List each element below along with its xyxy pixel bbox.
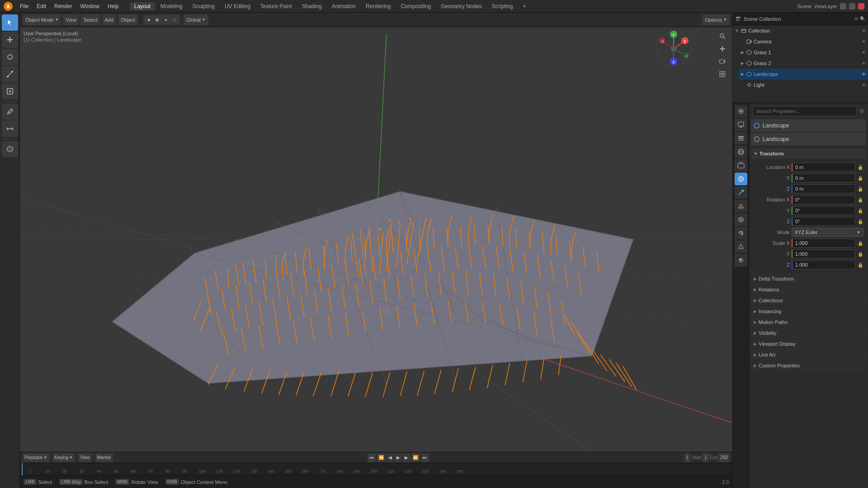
tab-compositing[interactable]: Compositing	[396, 2, 435, 10]
scale-x-value[interactable]: 1.000	[792, 239, 855, 248]
jump-end-btn[interactable]: ⏭	[421, 453, 429, 462]
outliner-item-light[interactable]: ▶ Light 👁	[738, 80, 868, 90]
location-y-value[interactable]: 0 m	[792, 174, 855, 183]
scale-y-lock[interactable]: 🔒	[857, 252, 863, 257]
modifier-props-icon[interactable]	[735, 186, 747, 199]
frame-bar[interactable]: 1 10 20 30 40 50 60 70 80 90 100 110 120…	[20, 463, 732, 475]
tab-uv-editing[interactable]: UV Editing	[220, 2, 255, 10]
add-menu[interactable]: Add	[102, 14, 117, 25]
line-art-section[interactable]: ▶ Line Art	[751, 350, 866, 360]
rotation-z-value[interactable]: 0°	[792, 217, 855, 226]
outliner-item-grass2[interactable]: ▶ Grass 2 👁	[738, 58, 868, 69]
outliner-item-camera[interactable]: ▶ Camera 👁	[738, 36, 868, 47]
vis-icon[interactable]: 👁	[862, 28, 866, 33]
outliner-search-icon[interactable]: 🔍	[860, 16, 865, 21]
play-btn[interactable]: ▶	[395, 453, 402, 462]
outliner-filter-icon[interactable]: ⚙	[854, 16, 859, 21]
measure-tool[interactable]	[2, 121, 18, 137]
render-props-icon[interactable]	[735, 105, 747, 117]
relations-section[interactable]: ▶ Relations	[751, 285, 866, 295]
location-z-lock[interactable]: 🔒	[857, 187, 863, 192]
scale-y-value[interactable]: 1.000	[792, 249, 855, 258]
step-back-btn[interactable]: ◀	[387, 453, 394, 462]
tab-scripting[interactable]: Scripting	[487, 2, 518, 10]
rotation-mode-dropdown[interactable]: XYZ Euler ▼	[792, 228, 863, 237]
annotate-tool[interactable]	[2, 103, 18, 120]
zoom-icon[interactable]	[717, 31, 728, 42]
object-props-icon[interactable]	[735, 173, 747, 185]
delta-transform-section[interactable]: ▶ Delta Transform	[751, 274, 866, 284]
pan-icon[interactable]	[717, 43, 728, 54]
tab-texture-paint[interactable]: Texture Paint	[256, 2, 297, 10]
move-tool[interactable]	[2, 32, 18, 48]
custom-properties-section[interactable]: ▶ Custom Properties	[751, 361, 866, 371]
instancing-section[interactable]: ▶ Instancing	[751, 306, 866, 316]
scale-z-lock[interactable]: 🔒	[857, 263, 863, 267]
material-preview-icon[interactable]: ◉	[153, 16, 161, 24]
location-z-value[interactable]: 0 m	[792, 184, 855, 193]
rotation-y-value[interactable]: 0°	[792, 206, 855, 215]
object-menu[interactable]: Object	[118, 14, 138, 25]
solid-display-icon[interactable]: ■	[145, 16, 153, 24]
props-settings-icon[interactable]: ⚙	[859, 108, 864, 114]
material-props-icon[interactable]	[735, 254, 747, 267]
cursor-tool[interactable]	[2, 14, 18, 31]
scale-z-value[interactable]: 1.000	[792, 260, 855, 269]
options-btn[interactable]: Options ▼	[702, 14, 730, 25]
wireframe-icon[interactable]: □	[170, 16, 179, 24]
view-menu[interactable]: View	[63, 14, 79, 25]
rotation-y-lock[interactable]: 🔒	[857, 208, 863, 213]
viewport-display-section[interactable]: ▶ Viewport Display	[751, 339, 866, 349]
transform-tool[interactable]	[2, 83, 18, 99]
physics-props-icon[interactable]	[735, 213, 747, 226]
light-vis-icon[interactable]: 👁	[862, 83, 866, 88]
view-layer-props-icon[interactable]	[735, 132, 747, 145]
camera-view-icon[interactable]	[717, 56, 728, 67]
start-frame-input[interactable]: 1	[703, 453, 709, 462]
tab-layout[interactable]: Layout	[130, 2, 155, 10]
tab-modeling[interactable]: Modeling	[156, 2, 187, 10]
maximize-button[interactable]	[849, 3, 855, 9]
grass2-vis-icon[interactable]: 👁	[862, 61, 866, 66]
scale-x-lock[interactable]: 🔒	[857, 241, 863, 246]
data-props-icon[interactable]	[735, 240, 747, 253]
playback-btn[interactable]: Playback ▼	[23, 453, 49, 462]
global-dropdown[interactable]: Global ▼	[184, 14, 208, 25]
jump-start-btn[interactable]: ⏮	[368, 453, 376, 462]
particles-props-icon[interactable]	[735, 200, 747, 212]
grass1-vis-icon[interactable]: 👁	[862, 50, 866, 55]
menu-help[interactable]: Help	[104, 2, 123, 10]
location-x-value[interactable]: 0 m	[792, 163, 855, 172]
transform-section-header[interactable]: ▼ Transform	[751, 148, 866, 159]
close-button[interactable]	[858, 3, 864, 9]
tab-sculpting[interactable]: Sculpting	[188, 2, 219, 10]
scene-props-icon[interactable]	[735, 145, 747, 158]
motion-paths-section[interactable]: ▶ Motion Paths	[751, 317, 866, 327]
add-workspace-button[interactable]: +	[519, 2, 531, 10]
camera-vis-icon[interactable]: 👁	[862, 39, 866, 44]
tab-shading[interactable]: Shading	[297, 2, 326, 10]
step-forward-btn[interactable]: ▶	[403, 453, 410, 462]
output-props-icon[interactable]	[735, 118, 747, 131]
rotation-x-value[interactable]: 0°	[792, 195, 855, 204]
viewport-canvas[interactable]: User Perspective (Local) (1) Collection …	[20, 27, 732, 452]
tab-rendering[interactable]: Rendering	[361, 2, 395, 10]
visibility-section[interactable]: ▶ Visibility	[751, 328, 866, 338]
rendered-display-icon[interactable]: ●	[162, 16, 170, 24]
end-frame-input[interactable]: 250	[718, 453, 730, 462]
landscape-vis-icon[interactable]: 👁	[862, 72, 866, 77]
add-cube-tool[interactable]	[2, 141, 18, 157]
prev-keyframe-btn[interactable]: ⏪	[377, 453, 386, 462]
object-mode-dropdown[interactable]: Object Mode ▼	[23, 14, 61, 25]
tab-geometry-nodes[interactable]: Geometry Nodes	[436, 2, 486, 10]
select-menu[interactable]: Select	[81, 14, 100, 25]
rotate-tool[interactable]	[2, 49, 18, 65]
outliner-item-grass1[interactable]: ▶ Grass 1 👁	[738, 47, 868, 58]
viewport[interactable]: Object Mode ▼ View Select Add Object ■ ◉…	[20, 13, 732, 488]
collections-section[interactable]: ▶ Collections	[751, 296, 866, 305]
menu-render[interactable]: Render	[51, 2, 75, 10]
rotation-z-lock[interactable]: 🔒	[857, 219, 863, 224]
location-y-lock[interactable]: 🔒	[857, 176, 863, 181]
menu-file[interactable]: File	[16, 2, 32, 10]
scale-tool[interactable]	[2, 66, 18, 82]
